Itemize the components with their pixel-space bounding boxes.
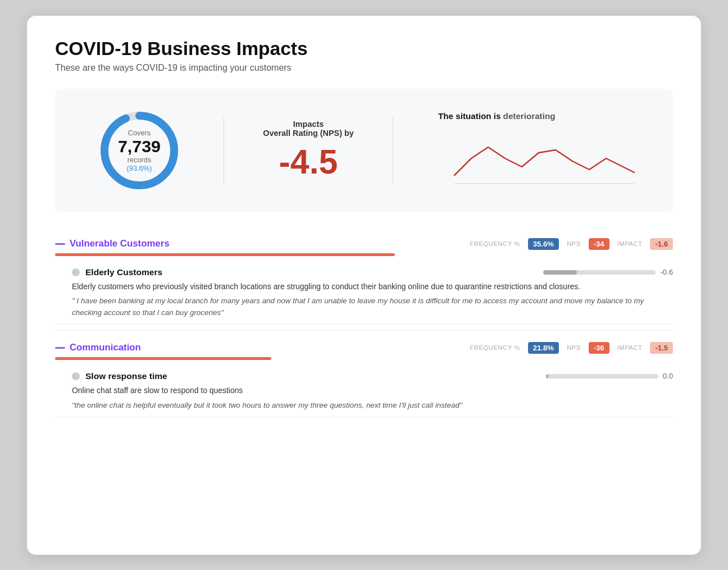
main-card: COVID-19 Business Impacts These are the … bbox=[27, 16, 701, 555]
sub-dot-elderly bbox=[72, 268, 80, 276]
categories-container: Vulnerable Customers FREQUENCY % 35.6% N… bbox=[55, 232, 673, 417]
records-label: records bbox=[118, 156, 161, 164]
donut-center: Covers 7,739 records (93.6%) bbox=[118, 128, 161, 172]
page-subtitle: These are the ways COVID-19 is impacting… bbox=[55, 63, 673, 73]
records-pct: (93.6%) bbox=[118, 164, 161, 172]
sub-bar-value-elderly: -0.6 bbox=[660, 268, 673, 276]
category-header-communication: Communication FREQUENCY % 21.8% NPS -36 … bbox=[55, 336, 673, 357]
sub-bar-wrapper-slow: 0.0 bbox=[546, 372, 673, 380]
sub-bar-wrapper-elderly: -0.6 bbox=[543, 268, 673, 276]
sub-item-slow-response: Slow response time 0.0 Online chat staff… bbox=[55, 366, 673, 417]
sub-bar-value-slow: 0.0 bbox=[663, 372, 673, 380]
nps-label: Impacts Overall Rating (NPS) by bbox=[263, 120, 354, 138]
summary-panel: Covers 7,739 records (93.6%) Impacts Ove… bbox=[55, 89, 673, 212]
category-section-communication: Communication FREQUENCY % 21.8% NPS -36 … bbox=[55, 336, 673, 417]
impact-label-2: IMPACT bbox=[617, 344, 643, 351]
page-title: COVID-19 Business Impacts bbox=[55, 38, 673, 60]
sub-name-slow: Slow response time bbox=[85, 371, 540, 381]
orange-bar-communication bbox=[55, 357, 271, 360]
sub-bar-fill-elderly bbox=[543, 270, 577, 275]
freq-label-1: FREQUENCY % bbox=[470, 240, 520, 247]
sub-dot-slow bbox=[72, 372, 80, 380]
impacts-line1: Impacts bbox=[293, 120, 324, 129]
category-name-communication: Communication bbox=[70, 342, 466, 353]
freq-badge-communication: 21.8% bbox=[528, 342, 559, 354]
category-stats-vulnerable: FREQUENCY % 35.6% NPS -34 IMPACT -1.6 bbox=[470, 238, 673, 250]
sub-desc-elderly: Elderly customers who previously visited… bbox=[72, 281, 673, 293]
dash-icon-vulnerable bbox=[55, 243, 65, 245]
nps-badge-vulnerable: -34 bbox=[589, 238, 609, 250]
donut-chart: Covers 7,739 records (93.6%) bbox=[94, 106, 184, 195]
nps-badge-communication: -36 bbox=[589, 342, 609, 354]
trend-chart-svg bbox=[438, 127, 650, 189]
sub-desc-slow: Online chat staff are slow to respond to… bbox=[72, 385, 673, 396]
category-header-vulnerable: Vulnerable Customers FREQUENCY % 35.6% N… bbox=[55, 232, 673, 253]
nps-value: -4.5 bbox=[279, 142, 338, 181]
nps-section: Impacts Overall Rating (NPS) by -4.5 bbox=[247, 120, 370, 181]
category-stats-communication: FREQUENCY % 21.8% NPS -36 IMPACT -1.5 bbox=[470, 342, 673, 354]
records-number: 7,739 bbox=[118, 136, 161, 155]
sub-item-header-elderly: Elderly Customers -0.6 bbox=[72, 267, 673, 277]
sub-bar-fill-slow bbox=[546, 374, 548, 379]
impact-badge-communication: -1.5 bbox=[650, 342, 673, 354]
impacts-line2: Overall Rating (NPS) by bbox=[263, 129, 354, 138]
freq-badge-vulnerable: 35.6% bbox=[528, 238, 559, 250]
sub-item-header-slow: Slow response time 0.0 bbox=[72, 371, 673, 381]
covers-label: Covers bbox=[118, 128, 161, 136]
sub-bar-track-elderly bbox=[543, 270, 656, 275]
vertical-divider-2 bbox=[393, 117, 393, 184]
orange-bar-vulnerable bbox=[55, 253, 395, 256]
sub-quote-slow: "the online chat is helpful eventually b… bbox=[72, 400, 673, 411]
nps-label-2: NPS bbox=[567, 344, 581, 351]
sub-name-elderly: Elderly Customers bbox=[85, 267, 538, 277]
freq-label-2: FREQUENCY % bbox=[470, 344, 520, 351]
nps-label-1: NPS bbox=[567, 240, 581, 247]
impact-badge-vulnerable: -1.6 bbox=[650, 238, 673, 250]
trend-label-bold: deteriorating bbox=[503, 111, 556, 121]
sub-bar-track-slow bbox=[546, 374, 658, 379]
category-section-vulnerable: Vulnerable Customers FREQUENCY % 35.6% N… bbox=[55, 232, 673, 325]
trend-section: The situation is deteriorating bbox=[416, 111, 650, 189]
vertical-divider-1 bbox=[224, 117, 224, 184]
category-name-vulnerable: Vulnerable Customers bbox=[70, 238, 466, 249]
donut-section: Covers 7,739 records (93.6%) bbox=[78, 106, 201, 195]
section-divider bbox=[55, 330, 673, 331]
impact-label-1: IMPACT bbox=[617, 240, 643, 247]
trend-label-pre: The situation is bbox=[438, 111, 503, 121]
dash-icon-communication bbox=[55, 347, 65, 349]
sub-item-elderly: Elderly Customers -0.6 Elderly customers… bbox=[55, 262, 673, 325]
trend-title: The situation is deteriorating bbox=[438, 111, 555, 121]
sub-quote-elderly: " I have been banking at my local branch… bbox=[72, 295, 673, 318]
